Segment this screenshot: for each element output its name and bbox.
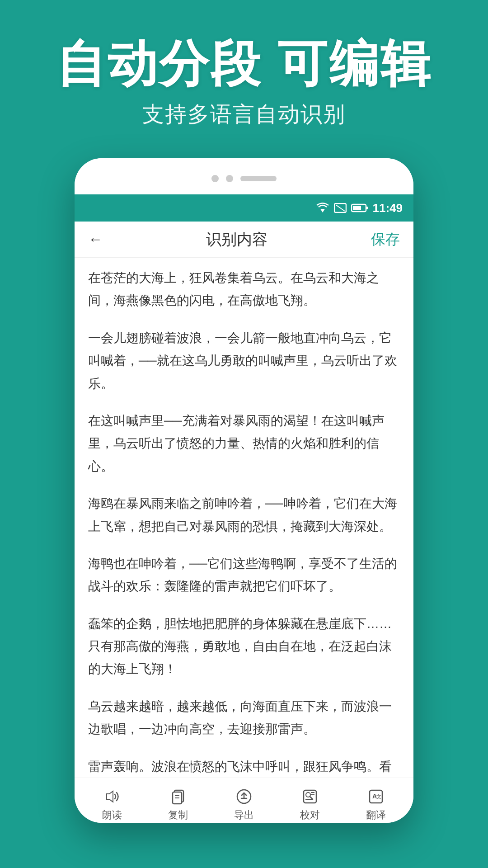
toolbar-item-export[interactable]: 导出 — [221, 788, 267, 822]
export-icon — [236, 788, 252, 805]
phone-speaker — [240, 176, 277, 181]
save-button[interactable]: 保存 — [371, 230, 400, 250]
toolbar-label-translate: 翻译 — [366, 808, 386, 822]
toolbar-item-translate[interactable]: A 文 翻译 — [353, 788, 399, 822]
toolbar-item-read[interactable]: 朗读 — [89, 788, 135, 822]
paragraph-3: 在这叫喊声里──充满着对暴风雨的渴望！在这叫喊声里，乌云听出了愤怒的力量、热情的… — [88, 410, 400, 478]
phone-mockup: 11:49 ← 识别内容 保存 在苍茫的大海上，狂风卷集着乌云。在乌云和大海之间… — [75, 158, 413, 823]
status-bar: 11:49 — [75, 194, 413, 222]
content-area: 在苍茫的大海上，狂风卷集着乌云。在乌云和大海之间，海燕像黑色的闪电，在高傲地飞翔… — [75, 258, 413, 778]
paragraph-8: 雷声轰响。波浪在愤怒的飞沫中呼叫，跟狂风争鸣。看吧，狂 — [88, 755, 400, 778]
translate-icon: A 文 — [368, 788, 384, 805]
toolbar-item-proofread[interactable]: 校对 — [287, 788, 333, 822]
status-icons: 11:49 — [316, 201, 403, 215]
header-section: 自动分段 可编辑 支持多语言自动识别 — [0, 0, 488, 147]
bottom-toolbar: 朗读 复制 导出 — [75, 778, 413, 823]
paragraph-4: 海鸥在暴风雨来临之前呻吟着，──呻吟着，它们在大海上飞窜，想把自己对暴风雨的恐惧… — [88, 492, 400, 538]
svg-line-2 — [336, 205, 345, 211]
paragraph-6: 蠢笨的企鹅，胆怯地把肥胖的身体躲藏在悬崖底下……只有那高傲的海燕，勇敢地，自由自… — [88, 613, 400, 681]
paragraph-5: 海鸭也在呻吟着，──它们这些海鸭啊，享受不了生活的战斗的欢乐：轰隆隆的雷声就把它… — [88, 552, 400, 598]
paragraph-1: 在苍茫的大海上，狂风卷集着乌云。在乌云和大海之间，海燕像黑色的闪电，在高傲地飞翔… — [88, 267, 400, 312]
toolbar-label-proofread: 校对 — [300, 808, 320, 822]
toolbar-item-copy[interactable]: 复制 — [155, 788, 201, 822]
paragraph-7: 乌云越来越暗，越来越低，向海面直压下来，而波浪一边歌唱，一边冲向高空，去迎接那雷… — [88, 695, 400, 741]
toolbar-label-read: 朗读 — [102, 808, 122, 822]
toolbar-label-export: 导出 — [234, 808, 254, 822]
copy-icon — [170, 788, 186, 805]
phone-camera — [211, 175, 219, 182]
signal-icon — [334, 203, 347, 213]
toolbar-label-copy: 复制 — [168, 808, 188, 822]
phone-sensor — [226, 175, 233, 182]
phone-top-bar — [75, 158, 413, 194]
battery-icon — [351, 203, 368, 213]
status-time: 11:49 — [373, 201, 403, 215]
sub-title: 支持多语言自动识别 — [18, 100, 470, 129]
paragraph-2: 一会儿翅膀碰着波浪，一会儿箭一般地直冲向乌云，它叫喊着，──就在这乌儿勇敢的叫喊… — [88, 327, 400, 395]
svg-rect-4 — [353, 206, 361, 210]
svg-marker-0 — [320, 209, 325, 212]
svg-rect-5 — [366, 207, 368, 209]
volume-icon — [103, 788, 121, 805]
back-button[interactable]: ← — [88, 231, 103, 248]
svg-text:文: 文 — [376, 794, 381, 799]
page-background: 自动分段 可编辑 支持多语言自动识别 — [0, 0, 488, 868]
wifi-icon — [316, 203, 329, 213]
app-header: ← 识别内容 保存 — [75, 222, 413, 258]
app-header-title: 识别内容 — [206, 229, 267, 250]
main-title: 自动分段 可编辑 — [18, 36, 470, 91]
proofread-icon — [302, 788, 318, 805]
